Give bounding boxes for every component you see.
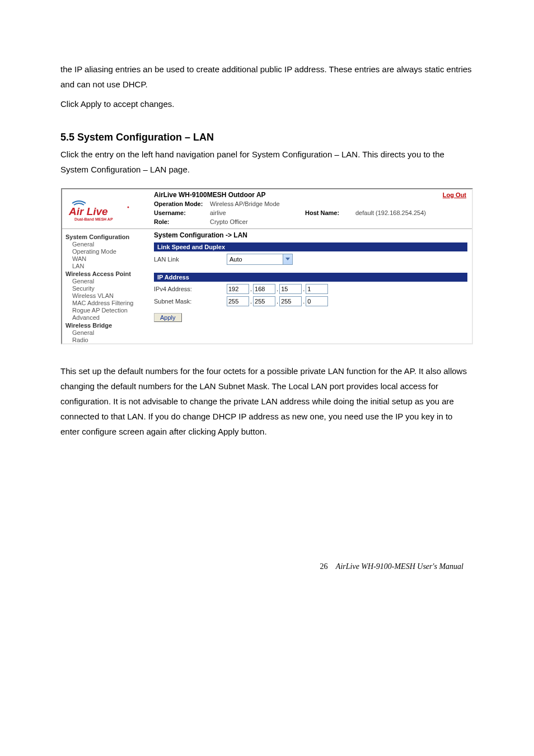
page-footer: 26 AirLive WH-9100-MESH User's Manual [60,562,474,571]
ipv4-label: IPv4 Address: [154,286,227,292]
nav-group-wap: Wireless Access Point [65,270,148,277]
page-number: 26 [320,562,327,571]
paragraph: This set up the default numbers for the … [60,363,474,439]
logo: Air Live Dual-Band MESH AP [62,189,154,229]
paragraph: Click Apply to accept changes. [60,96,474,111]
mask-octet-1[interactable]: 255 [227,296,249,306]
lan-link-label: LAN Link [154,256,227,263]
role-value: Crypto Officer [210,218,305,225]
mask-octet-3[interactable]: 255 [279,296,302,306]
username-label: Username: [154,209,210,216]
section-link-speed: Link Speed and Duplex [154,242,467,251]
chevron-down-icon [283,254,292,264]
ipv4-octet-3[interactable]: 15 [279,284,302,294]
manual-title: AirLive WH-9100-MESH User's Manual [336,562,463,571]
hostname-label: Host Name: [305,209,355,216]
nav-group-bridge: Wireless Bridge [65,322,148,329]
page-title: AirLive WH-9100MESH Outdoor AP [154,189,266,200]
nav-item[interactable]: MAC Address Filtering [65,300,148,306]
config-screenshot: Air Live Dual-Band MESH AP AirLive WH-91… [61,188,473,344]
nav-group-system: System Configuration [65,234,148,240]
mask-label: Subnet Mask: [154,298,227,305]
nav-item[interactable]: WAN [65,255,148,262]
hostname-value: default (192.168.254.254) [355,209,472,216]
nav-item[interactable]: Operating Mode [65,248,148,255]
nav-item[interactable]: LAN [65,263,148,269]
op-mode-label: Operation Mode: [154,200,210,207]
section-ip-address: IP Address [154,273,467,282]
svg-text:Air Live: Air Live [68,206,108,217]
apply-button[interactable]: Apply [154,313,182,322]
nav-item[interactable]: General [65,241,148,248]
paragraph: Click the entry on the left hand navigat… [60,147,474,177]
logout-link[interactable]: Log Out [443,192,466,198]
ipv4-octet-2[interactable]: 168 [253,284,275,294]
paragraph: the IP aliasing entries an be used to cr… [60,62,474,92]
op-mode-value: Wireless AP/Bridge Mode [210,200,305,207]
username-value: airlive [210,209,305,216]
nav-item[interactable]: General [65,278,148,284]
nav-item[interactable]: Rogue AP Detection [65,307,148,314]
nav-item[interactable]: General [65,329,148,336]
nav-item[interactable]: Wireless VLAN [65,292,148,299]
svg-text:Dual-Band MESH AP: Dual-Band MESH AP [74,217,113,221]
mask-octet-4[interactable]: 0 [306,296,328,306]
nav-item[interactable]: Radio [65,337,148,343]
nav-item[interactable]: Security [65,285,148,292]
nav-item[interactable]: Advanced [65,314,148,321]
svg-point-1 [128,207,129,208]
ipv4-octet-4[interactable]: 1 [306,284,328,294]
lan-link-select[interactable]: Auto [227,254,293,265]
nav-panel: System Configuration General Operating M… [62,229,151,343]
breadcrumb: System Configuration -> LAN [154,231,467,239]
mask-octet-2[interactable]: 255 [253,296,275,306]
section-heading: 5.5 System Configuration – LAN [60,132,474,143]
ipv4-octet-1[interactable]: 192 [227,284,249,294]
lan-link-value: Auto [229,256,242,263]
role-label: Role: [154,218,210,225]
